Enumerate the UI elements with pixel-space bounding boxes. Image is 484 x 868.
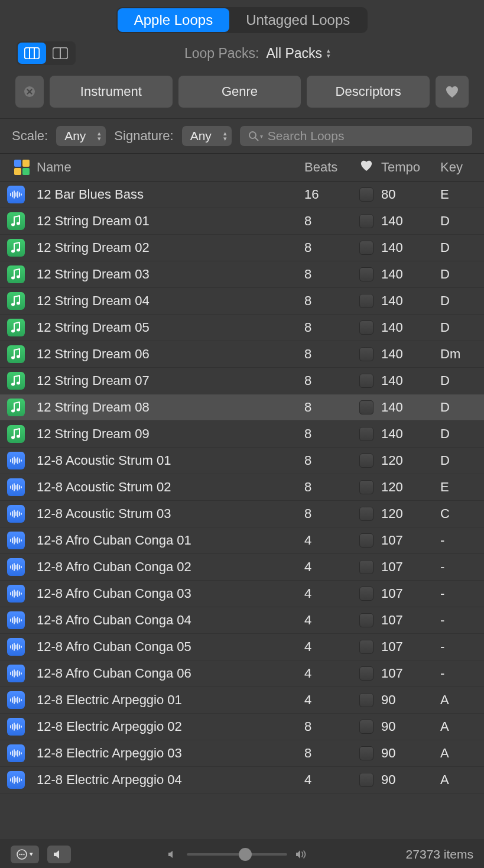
table-row[interactable]: 12 String Dream 078140D [0,368,484,394]
favorite-checkbox[interactable] [359,640,373,654]
view-column-button[interactable] [18,43,46,64]
table-row[interactable]: 12 String Dream 018140D [0,208,484,235]
loop-tempo: 140 [381,240,440,255]
table-row[interactable]: 12-8 Afro Cuban Conga 014107- [0,527,484,554]
favorite-checkbox[interactable] [359,693,373,707]
column-favorite[interactable] [352,160,381,175]
favorite-checkbox[interactable] [359,214,373,228]
column-loop-type[interactable] [7,160,37,175]
table-row[interactable]: 12-8 Afro Cuban Conga 044107- [0,607,484,634]
table-row[interactable]: 12-8 Electric Arpeggio 04490A [0,767,484,793]
midi-loop-icon [7,345,25,363]
favorite-checkbox[interactable] [359,773,373,787]
loop-name: 12-8 Acoustic Strum 03 [37,506,304,522]
favorite-checkbox[interactable] [359,187,373,202]
signature-label: Signature: [114,128,173,144]
table-row[interactable]: 12-8 Electric Arpeggio 01490A [0,687,484,714]
loop-beats: 8 [304,426,352,442]
table-row[interactable]: 12 Bar Blues Bass1680E [0,182,484,208]
favorite-checkbox[interactable] [359,454,373,468]
volume-slider[interactable] [187,853,287,856]
svg-point-16 [17,222,20,225]
table-row[interactable]: 12-8 Afro Cuban Conga 064107- [0,660,484,687]
favorite-checkbox[interactable] [359,507,373,521]
table-row[interactable]: 12-8 Electric Arpeggio 02890A [0,714,484,740]
loop-tempo: 90 [381,746,440,761]
loop-key: D [440,426,476,442]
column-beats[interactable]: Beats [304,160,352,175]
search-row: Scale: Any ▴▾ Signature: Any ▴▾ ▾ Search… [0,119,484,154]
loop-key: D [440,267,476,282]
loop-name: 12-8 Afro Cuban Conga 03 [37,586,304,601]
table-row[interactable]: 12 String Dream 038140D [0,261,484,288]
table-row[interactable]: 12 String Dream 088140D [0,394,484,421]
svg-point-127 [23,853,24,854]
volume-thumb[interactable] [239,848,252,861]
preview-play-button[interactable] [47,846,71,863]
tab-apple-loops[interactable]: Apple Loops [118,8,229,32]
favorite-checkbox[interactable] [359,347,373,361]
table-row[interactable]: 12-8 Electric Arpeggio 03890A [0,740,484,767]
loop-beats: 4 [304,692,352,708]
loop-name: 12-8 Acoustic Strum 01 [37,453,304,468]
svg-point-28 [17,382,20,385]
midi-loop-icon [7,292,25,310]
scale-select[interactable]: Any ▴▾ [56,126,106,146]
favorite-checkbox[interactable] [359,241,373,255]
favorite-checkbox[interactable] [359,666,373,681]
table-row[interactable]: 12 String Dream 068140Dm [0,341,484,368]
search-input[interactable]: ▾ Search Loops [240,126,472,146]
favorite-checkbox[interactable] [359,720,373,734]
table-row[interactable]: 12-8 Acoustic Strum 018120D [0,448,484,474]
favorite-checkbox[interactable] [359,400,373,414]
audio-loop-icon [7,452,25,469]
filter-descriptors-button[interactable]: Descriptors [307,76,430,108]
favorite-checkbox[interactable] [359,267,373,281]
column-key[interactable]: Key [440,160,476,175]
table-row[interactable]: 12-8 Acoustic Strum 028120E [0,474,484,501]
stepper-arrows-icon: ▴▾ [98,131,101,141]
loop-type-icon [14,160,30,175]
favorite-checkbox[interactable] [359,613,373,627]
loop-name: 12-8 Afro Cuban Conga 04 [37,613,304,628]
filter-genre-button[interactable]: Genre [178,76,301,108]
loops-list[interactable]: 12 Bar Blues Bass1680E 12 String Dream 0… [0,182,484,840]
audio-loop-icon [7,505,25,523]
table-row[interactable]: 12-8 Afro Cuban Conga 024107- [0,554,484,581]
loop-name: 12 String Dream 08 [37,400,304,415]
table-row[interactable]: 12 String Dream 058140D [0,315,484,341]
loop-name: 12 String Dream 09 [37,426,304,442]
signature-select[interactable]: Any ▴▾ [182,126,232,146]
loop-name: 12-8 Electric Arpeggio 01 [37,692,304,708]
column-name[interactable]: Name [37,160,304,175]
loop-name: 12-8 Electric Arpeggio 04 [37,772,304,788]
audio-loop-icon [7,558,25,576]
favorite-checkbox[interactable] [359,374,373,388]
favorite-checkbox[interactable] [359,533,373,548]
table-row[interactable]: 12 String Dream 098140D [0,421,484,448]
view-mode-toggle [17,41,76,65]
column-tempo[interactable]: Tempo [381,160,440,175]
svg-point-30 [17,409,20,412]
loop-packs-value[interactable]: All Packs ▴▾ [267,46,331,61]
loop-packs-selector: Loop Packs: All Packs ▴▾ [85,46,430,61]
favorite-checkbox[interactable] [359,294,373,308]
view-grid-button[interactable] [46,43,74,64]
signature-value: Any [190,129,212,143]
favorite-checkbox[interactable] [359,587,373,601]
table-row[interactable]: 12-8 Acoustic Strum 038120C [0,501,484,527]
filter-instrument-button[interactable]: Instrument [50,76,173,108]
more-options-button[interactable]: ▾ [11,846,39,863]
tab-untagged-loops[interactable]: Untagged Loops [229,8,366,32]
table-row[interactable]: 12 String Dream 048140D [0,288,484,315]
favorite-checkbox[interactable] [359,320,373,335]
table-row[interactable]: 12-8 Afro Cuban Conga 034107- [0,581,484,607]
table-row[interactable]: 12 String Dream 028140D [0,235,484,261]
table-row[interactable]: 12-8 Afro Cuban Conga 054107- [0,634,484,660]
favorite-checkbox[interactable] [359,560,373,574]
favorite-checkbox[interactable] [359,427,373,441]
filter-favorites-button[interactable] [436,76,469,108]
favorite-checkbox[interactable] [359,480,373,494]
favorite-checkbox[interactable] [359,746,373,760]
clear-filters-button[interactable] [15,76,44,108]
